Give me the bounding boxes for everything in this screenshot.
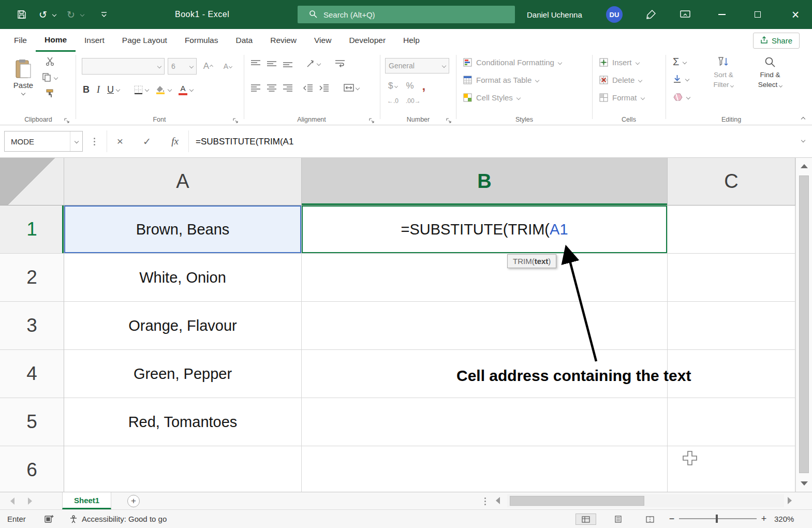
zoom-out-button[interactable]: −	[667, 510, 677, 528]
ribbon-display-options-icon[interactable]	[676, 6, 695, 23]
vertical-scrollbar[interactable]	[795, 158, 812, 492]
redo-dropdown-icon[interactable]	[79, 6, 86, 23]
font-color-button[interactable]: A	[179, 84, 193, 95]
row-header-6[interactable]: 6	[0, 446, 64, 492]
cut-icon[interactable]	[42, 57, 57, 66]
zoom-in-button[interactable]: +	[759, 510, 769, 528]
insert-function-button[interactable]: fx	[166, 133, 184, 150]
horizontal-scrollbar[interactable]	[507, 494, 784, 507]
bold-button[interactable]: B	[83, 84, 90, 95]
new-sheet-button[interactable]: +	[127, 495, 140, 507]
format-cells-button[interactable]: Format	[599, 93, 644, 102]
font-name-combo[interactable]	[82, 58, 165, 75]
cell-B1-editing[interactable]: =SUBSTITUTE(TRIM(A1	[302, 206, 668, 254]
decrease-decimal-icon[interactable]: .00→	[406, 97, 421, 105]
tabs-splitter[interactable]	[482, 495, 488, 507]
avatar[interactable]: DU	[606, 6, 623, 23]
shrink-font-icon[interactable]: A	[219, 58, 236, 75]
align-right-icon[interactable]	[283, 84, 292, 92]
orientation-icon[interactable]	[306, 59, 320, 68]
cell-A3[interactable]: Orange, Flavour	[64, 302, 302, 350]
fill-button[interactable]	[673, 75, 689, 83]
tab-formulas[interactable]: Formulas	[176, 29, 227, 52]
cell-B5[interactable]	[302, 398, 668, 446]
page-break-preview-icon[interactable]	[640, 514, 660, 525]
macro-record-icon[interactable]	[45, 514, 54, 525]
align-bottom-icon[interactable]	[283, 60, 292, 67]
share-button[interactable]: Share	[753, 33, 800, 49]
conditional-formatting-button[interactable]: Conditional Formatting	[463, 58, 562, 67]
horizontal-scroll-thumb[interactable]	[510, 496, 644, 506]
column-header-C[interactable]: C	[668, 158, 795, 206]
tab-help[interactable]: Help	[394, 29, 429, 52]
currency-format-icon[interactable]: $	[388, 81, 397, 91]
save-icon[interactable]	[13, 6, 30, 23]
paste-button[interactable]: Paste	[8, 56, 38, 109]
percent-format-icon[interactable]: %	[406, 81, 414, 91]
fill-color-button[interactable]	[156, 85, 171, 94]
grow-font-icon[interactable]: A	[200, 58, 216, 75]
expand-formula-bar-icon[interactable]	[801, 138, 805, 142]
cell-A2[interactable]: White, Onion	[64, 254, 302, 302]
align-left-icon[interactable]	[251, 84, 260, 92]
number-dialog-launcher-icon[interactable]	[446, 116, 452, 123]
tab-home[interactable]: Home	[36, 29, 76, 52]
insert-cells-button[interactable]: Insert	[599, 58, 639, 67]
name-box-splitter[interactable]	[92, 135, 96, 148]
undo-dropdown-icon[interactable]	[51, 6, 58, 23]
italic-button[interactable]: I	[97, 84, 100, 95]
tab-insert[interactable]: Insert	[76, 29, 113, 52]
format-painter-icon[interactable]	[42, 89, 57, 98]
next-sheet-icon[interactable]	[28, 497, 32, 505]
wrap-text-icon[interactable]	[335, 60, 345, 67]
cell-C1[interactable]	[668, 206, 795, 254]
select-all-corner[interactable]	[0, 158, 64, 206]
cell-B2[interactable]	[302, 254, 668, 302]
number-format-combo[interactable]: General	[385, 58, 449, 74]
underline-button[interactable]: U	[107, 84, 120, 95]
zoom-slider[interactable]	[679, 518, 757, 519]
collapse-ribbon-icon[interactable]	[801, 117, 805, 121]
row-header-1[interactable]: 1	[0, 206, 64, 254]
row-header-3[interactable]: 3	[0, 302, 64, 350]
zoom-level[interactable]: 320%	[774, 510, 794, 528]
normal-view-icon[interactable]	[575, 514, 596, 525]
tab-file[interactable]: File	[5, 29, 36, 52]
cell-A6[interactable]	[64, 446, 302, 492]
scroll-left-icon[interactable]	[496, 497, 500, 504]
clipboard-dialog-launcher-icon[interactable]	[64, 116, 70, 123]
prev-sheet-icon[interactable]	[10, 497, 14, 505]
autosum-button[interactable]: Σ	[673, 56, 686, 68]
scroll-right-icon[interactable]	[788, 497, 792, 504]
minimize-button[interactable]	[710, 0, 734, 29]
row-header-4[interactable]: 4	[0, 350, 64, 398]
font-size-combo[interactable]: 6	[168, 58, 197, 75]
sort-filter-button[interactable]: Sort & Filter	[702, 56, 745, 90]
comma-format-icon[interactable]: ,	[422, 79, 426, 93]
cell-C2[interactable]	[668, 254, 795, 302]
cell-C5[interactable]	[668, 398, 795, 446]
row-header-5[interactable]: 5	[0, 398, 64, 446]
alignment-dialog-launcher-icon[interactable]	[369, 116, 375, 123]
column-header-A[interactable]: A	[64, 158, 302, 206]
cell-B6[interactable]	[302, 446, 668, 492]
close-button[interactable]: ×	[784, 0, 807, 29]
tab-view[interactable]: View	[305, 29, 340, 52]
column-header-B[interactable]: B	[302, 158, 668, 206]
tab-data[interactable]: Data	[227, 29, 261, 52]
merge-center-icon[interactable]	[344, 84, 359, 92]
decrease-indent-icon[interactable]	[303, 84, 313, 92]
increase-decimal-icon[interactable]: ←.0	[387, 97, 398, 105]
font-dialog-launcher-icon[interactable]	[233, 116, 239, 123]
user-name[interactable]: Daniel Uchenna	[527, 0, 582, 29]
cell-styles-button[interactable]: Cell Styles	[463, 93, 520, 102]
name-box[interactable]: MODE	[4, 131, 83, 152]
customize-quick-access-icon[interactable]	[97, 6, 111, 23]
sheet-tab-sheet1[interactable]: Sheet1	[62, 492, 111, 509]
cell-A4[interactable]: Green, Pepper	[64, 350, 302, 398]
cell-A1[interactable]: Brown, Beans	[64, 206, 302, 254]
page-layout-view-icon[interactable]	[608, 514, 628, 525]
tab-review[interactable]: Review	[261, 29, 305, 52]
align-top-icon[interactable]	[251, 60, 260, 67]
search-box[interactable]: Search (Alt+Q)	[298, 6, 515, 23]
